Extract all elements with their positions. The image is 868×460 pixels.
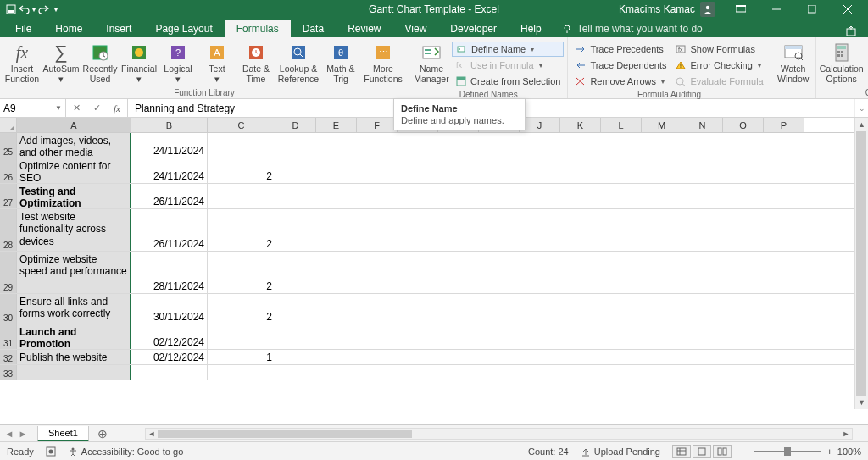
macro-record-icon[interactable] <box>46 446 56 457</box>
sheet-nav-prev[interactable]: ◄ <box>3 429 15 439</box>
vertical-scrollbar[interactable]: ▲ ▼ <box>854 118 868 409</box>
cell[interactable] <box>275 133 868 158</box>
col-header-E[interactable]: E <box>316 118 357 132</box>
enter-formula-icon[interactable]: ✓ <box>86 103 107 114</box>
cell[interactable]: Testing and Optimization <box>17 184 131 208</box>
zoom-in-button[interactable]: + <box>826 446 832 457</box>
scroll-up-icon[interactable]: ▲ <box>855 118 868 131</box>
show-formulas-button[interactable]: fxShow Formulas <box>671 42 766 57</box>
cell[interactable] <box>208 184 275 208</box>
cell[interactable] <box>208 133 275 158</box>
logical-button[interactable]: ? Logical▾ <box>159 40 197 87</box>
hscroll-left-icon[interactable]: ◄ <box>146 430 158 438</box>
financial-button[interactable]: Financial▾ <box>120 40 158 87</box>
select-all-button[interactable] <box>0 118 17 132</box>
cell[interactable]: 02/12/2024 <box>131 324 208 349</box>
redo-icon[interactable] <box>37 3 49 15</box>
row-header[interactable]: 27 <box>0 184 17 208</box>
cell[interactable]: Optimize website speed and performance <box>17 252 131 293</box>
lookup-button[interactable]: Lookup & Reference <box>276 40 320 87</box>
cell[interactable]: 24/11/2024 <box>131 158 208 183</box>
add-sheet-button[interactable]: ⊕ <box>94 425 111 442</box>
create-from-selection-button[interactable]: Create from Selection <box>452 74 564 89</box>
define-name-button[interactable]: Define Name <box>452 42 564 57</box>
tell-me-search[interactable]: Tell me what you want to do <box>554 20 711 37</box>
scroll-thumb[interactable] <box>856 131 866 396</box>
zoom-control[interactable]: − + 100% <box>743 446 861 457</box>
cell[interactable] <box>275 294 868 324</box>
row-header[interactable]: 26 <box>0 158 17 183</box>
name-box[interactable]: A9 ▼ <box>0 99 66 117</box>
hscroll-thumb[interactable] <box>158 430 412 438</box>
minimize-button[interactable] <box>760 0 793 19</box>
col-header-K[interactable]: K <box>560 118 601 132</box>
cell[interactable]: 24/11/2024 <box>131 133 208 158</box>
more-functions-button[interactable]: ⋯ More Functions <box>361 40 405 87</box>
col-header-J[interactable]: J <box>520 118 560 132</box>
cell[interactable] <box>275 184 868 208</box>
cell[interactable]: 2 <box>208 209 275 251</box>
namebox-dropdown-icon[interactable]: ▼ <box>55 104 62 112</box>
view-page-layout-button[interactable] <box>693 445 711 458</box>
tab-file[interactable]: File <box>3 20 43 37</box>
col-header-N[interactable]: N <box>682 118 723 132</box>
undo-icon[interactable] <box>19 3 31 15</box>
col-header-F[interactable]: F <box>357 118 398 132</box>
cell[interactable]: 26/11/2024 <box>131 184 208 208</box>
insert-function-button[interactable]: fx Insert Function <box>3 40 41 87</box>
cell[interactable]: 2 <box>208 294 275 324</box>
cell[interactable]: Test website functionality across device… <box>17 209 131 251</box>
cell[interactable]: Optimize content for SEO <box>17 158 131 183</box>
tab-home[interactable]: Home <box>43 20 94 37</box>
cell[interactable]: 2 <box>208 158 275 183</box>
user-account[interactable]: Kmacims Kamac <box>612 2 722 17</box>
view-page-break-button[interactable] <box>713 445 732 458</box>
sheet-tab-1[interactable]: Sheet1 <box>37 426 89 441</box>
maximize-button[interactable] <box>795 0 829 19</box>
col-header-B[interactable]: B <box>131 118 208 132</box>
cell[interactable] <box>275 350 868 364</box>
recently-used-button[interactable]: Recently Used <box>81 40 119 87</box>
cell[interactable] <box>275 209 868 251</box>
tab-insert[interactable]: Insert <box>94 20 143 37</box>
zoom-slider[interactable] <box>754 451 821 452</box>
col-header-M[interactable]: M <box>642 118 682 132</box>
cell[interactable] <box>131 365 208 380</box>
formula-expand-icon[interactable]: ⌄ <box>854 99 868 117</box>
cell[interactable]: 02/12/2024 <box>131 350 208 364</box>
datetime-button[interactable]: Date & Time <box>237 40 275 87</box>
row-header[interactable]: 28 <box>0 209 17 251</box>
text-button[interactable]: A Text▾ <box>198 40 236 87</box>
cell[interactable] <box>208 324 275 349</box>
horizontal-scrollbar[interactable]: ◄ ► <box>145 428 853 440</box>
cell[interactable] <box>275 365 868 380</box>
remove-arrows-button[interactable]: Remove Arrows <box>571 74 670 89</box>
cell[interactable]: 28/11/2024 <box>131 252 208 293</box>
math-button[interactable]: θ Math & Trig <box>322 40 359 87</box>
col-header-D[interactable]: D <box>275 118 316 132</box>
col-header-L[interactable]: L <box>601 118 642 132</box>
use-in-formula-button[interactable]: fx Use in Formula <box>452 58 564 73</box>
trace-precedents-button[interactable]: Trace Precedents <box>571 42 670 57</box>
undo-more-icon[interactable]: ▾ <box>32 6 36 14</box>
cell[interactable]: 26/11/2024 <box>131 209 208 251</box>
tab-page-layout[interactable]: Page Layout <box>143 20 224 37</box>
watch-window-button[interactable]: Watch Window <box>775 40 812 87</box>
qat-customize-icon[interactable]: ▾ <box>54 6 58 14</box>
cell[interactable]: 30/11/2024 <box>131 294 208 324</box>
autosum-button[interactable]: ∑ AutoSum▾ <box>42 40 80 87</box>
scroll-down-icon[interactable]: ▼ <box>855 396 868 409</box>
trace-dependents-button[interactable]: Trace Dependents <box>571 58 670 73</box>
hscroll-right-icon[interactable]: ► <box>840 430 852 438</box>
tab-review[interactable]: Review <box>336 20 392 37</box>
row-header[interactable]: 29 <box>0 252 17 293</box>
cell[interactable]: Add images, videos, and other media <box>17 133 131 158</box>
row-header[interactable]: 30 <box>0 294 17 324</box>
cell[interactable]: Launch and Promotion <box>17 324 131 349</box>
evaluate-formula-button[interactable]: Evaluate Formula <box>671 74 766 89</box>
sheet-nav-next[interactable]: ► <box>17 429 29 439</box>
tab-help[interactable]: Help <box>509 20 554 37</box>
col-header-C[interactable]: C <box>208 118 275 132</box>
row-header[interactable]: 32 <box>0 350 17 364</box>
zoom-out-button[interactable]: − <box>743 446 748 457</box>
